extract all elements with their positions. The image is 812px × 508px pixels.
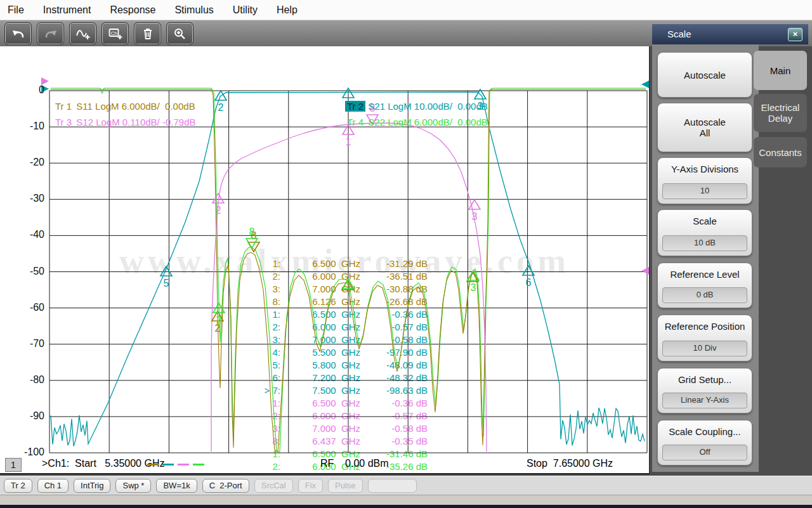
marker-value: -48.32 dB bbox=[360, 372, 428, 384]
trace-format-text: S11 LogM 6.000dB/ 0.00dB bbox=[74, 101, 195, 112]
taskbar-button-srccal[interactable]: SrcCal bbox=[254, 479, 293, 493]
undo-button[interactable] bbox=[4, 22, 32, 45]
marker-value: -36.51 dB bbox=[360, 270, 428, 283]
menu-item-utility[interactable]: Utility bbox=[233, 4, 258, 16]
taskbar-button-inttrig[interactable]: IntTrig bbox=[74, 479, 110, 493]
rf-power[interactable]: RF 0.00 dBm bbox=[320, 458, 389, 469]
stop-frequency[interactable]: Stop 7.65000 GHz bbox=[527, 458, 613, 469]
trace-id-badge[interactable]: Tr 2 bbox=[345, 101, 365, 112]
panel-button-value[interactable]: 10 bbox=[662, 183, 747, 199]
taskbar-button-empty[interactable] bbox=[368, 479, 417, 493]
marker-value: -31.29 dB bbox=[360, 257, 428, 270]
channel-status-row: 1 >Ch1: Start 5.35000 GHz RF 0.00 dBm St… bbox=[0, 457, 648, 473]
taskbar-button-pulse[interactable]: Pulse bbox=[328, 479, 363, 493]
panel-button-reference-position[interactable]: 10 DivReference Position bbox=[657, 315, 752, 361]
marker-value: -48.09 dB bbox=[360, 359, 428, 372]
panel-button-value[interactable]: 10 Div bbox=[662, 341, 747, 356]
marker-value: -0.57 dB bbox=[360, 321, 428, 334]
add-trace-button[interactable] bbox=[69, 22, 96, 45]
marker-readout-row: 5:5.800 GHz-48.09 dB bbox=[245, 359, 430, 372]
chart-marker-triangle[interactable] bbox=[469, 200, 480, 209]
marker-readout-row: 1:6.500 GHz-0.36 dB bbox=[245, 308, 430, 321]
panel-button-label: Autoscale All bbox=[658, 117, 752, 138]
panel-button-scale[interactable]: 10 dBScale bbox=[657, 209, 752, 256]
panel-button-value[interactable]: 0 dB bbox=[662, 287, 747, 303]
panel-button-value[interactable]: Off bbox=[662, 445, 747, 460]
panel-button-scale-coupling[interactable]: OffScale Coupling... bbox=[657, 420, 752, 466]
delete-button[interactable] bbox=[134, 22, 161, 45]
add-trace-icon bbox=[75, 27, 91, 40]
menu-item-help[interactable]: Help bbox=[277, 4, 298, 16]
start-frequency[interactable]: >Ch1: Start 5.35000 GHz bbox=[42, 458, 164, 469]
trash-icon bbox=[140, 27, 155, 40]
chart-marker-triangle[interactable] bbox=[475, 89, 486, 99]
panel-button-grid-setup[interactable]: Linear Y-AxisGrid Setup... bbox=[657, 368, 752, 414]
chart-marker-label: 2 bbox=[216, 205, 221, 216]
trace-label-tr1[interactable]: Tr 1 S11 LogM 6.000dB/ 0.00dB bbox=[53, 101, 195, 112]
chart-marker-label: 3 bbox=[472, 211, 478, 222]
panel-button-autoscale[interactable]: Autoscale bbox=[657, 52, 752, 98]
channel-badge[interactable]: 1 bbox=[5, 458, 22, 472]
marker-number: 8: bbox=[245, 435, 280, 448]
menu-item-instrument[interactable]: Instrument bbox=[43, 4, 91, 16]
chart-marker-triangle[interactable] bbox=[343, 88, 354, 98]
panel-button-y-axis-divisions[interactable]: 10Y-Axis Divisions bbox=[657, 157, 752, 204]
taskbar-button-ch-1[interactable]: Ch 1 bbox=[37, 479, 69, 493]
tab-constants[interactable]: Constants bbox=[754, 137, 807, 167]
taskbar-button-bw-1k[interactable]: BW=1k bbox=[156, 479, 197, 493]
trace-label-tr2[interactable]: Tr 2 S21 LogM 10.00dB/ 0.00dB bbox=[345, 101, 488, 112]
trace-label-tr4[interactable]: Tr 4 S22 LogM 6.000dB/ 0.00dB bbox=[345, 117, 488, 127]
trace-label-tr3[interactable]: Tr 3 S12 LogM 0.110dB/ -0.79dB bbox=[53, 117, 195, 127]
panel-button-autoscale[interactable]: Autoscale All bbox=[657, 103, 752, 152]
panel-button-value[interactable]: Linear Y-Axis bbox=[662, 393, 747, 408]
marker-number: 3: bbox=[245, 283, 280, 296]
redo-button[interactable] bbox=[37, 22, 64, 45]
legend-dash bbox=[147, 464, 159, 466]
marker-value: -0.58 dB bbox=[360, 334, 428, 346]
trace-id-badge[interactable]: Tr 4 bbox=[345, 117, 365, 127]
menu-item-stimulus[interactable]: Stimulus bbox=[174, 4, 213, 16]
marker-number: 2: bbox=[245, 410, 280, 422]
marker-readout-row: > 7:7.500 GHz-98.63 dB bbox=[245, 384, 430, 397]
panel-button-value[interactable]: 10 dB bbox=[662, 235, 747, 251]
y-tick-label: -90 bbox=[15, 410, 44, 422]
marker-frequency: 6.126 GHz bbox=[280, 296, 360, 308]
tab-main[interactable]: Main bbox=[754, 51, 807, 90]
marker-number: 3: bbox=[245, 334, 280, 346]
marker-number: 3: bbox=[245, 473, 280, 474]
y-tick-label: -30 bbox=[15, 193, 44, 204]
close-button[interactable]: × bbox=[788, 28, 802, 41]
taskbar-button-swp-[interactable]: Swp * bbox=[115, 479, 151, 493]
chart-marker-triangle[interactable] bbox=[212, 311, 223, 321]
panel-button-reference-level[interactable]: 0 dBReference Level bbox=[657, 263, 752, 308]
chart-marker-label: 3 bbox=[471, 282, 476, 293]
marker-number: 1: bbox=[245, 257, 280, 270]
menu-item-file[interactable]: File bbox=[8, 4, 24, 16]
taskbar-button-fix[interactable]: Fix bbox=[298, 479, 323, 493]
marker-value: -0.36 dB bbox=[360, 397, 428, 410]
reference-arrow[interactable] bbox=[641, 267, 649, 275]
zoom-button[interactable] bbox=[166, 22, 193, 45]
trace-id-badge[interactable]: Tr 1 bbox=[53, 101, 74, 112]
panel-button-label: Scale Coupling... bbox=[658, 426, 752, 437]
svg-text:Ch: Ch bbox=[110, 30, 117, 36]
marker-frequency: 5.500 GHz bbox=[280, 346, 360, 359]
taskbar-button-tr-2[interactable]: Tr 2 bbox=[4, 479, 32, 493]
y-tick-label: -20 bbox=[15, 157, 44, 168]
reference-arrow[interactable] bbox=[641, 81, 649, 88]
add-channel-button[interactable]: Ch bbox=[102, 22, 129, 45]
marker-number: 2: bbox=[245, 270, 280, 283]
marker-readout-row: 3:7.000 GHz-30.88 dB bbox=[245, 283, 430, 296]
trace-id-badge[interactable]: Tr 3 bbox=[53, 117, 74, 127]
legend-dash bbox=[162, 464, 174, 466]
marker-number: 3: bbox=[245, 422, 280, 435]
chart-marker-triangle[interactable] bbox=[213, 303, 225, 313]
marker-frequency: 7.000 GHz bbox=[280, 473, 360, 474]
legend-dash bbox=[178, 464, 189, 466]
chart-marker-triangle[interactable] bbox=[213, 193, 224, 203]
marker-frequency: 7.000 GHz bbox=[280, 283, 360, 296]
chart-marker-triangle[interactable] bbox=[215, 91, 226, 100]
taskbar-button-c-2-port[interactable]: C 2-Port bbox=[202, 479, 249, 493]
tab-electrical-delay[interactable]: Electrical Delay bbox=[754, 94, 807, 132]
menu-item-response[interactable]: Response bbox=[110, 4, 155, 16]
